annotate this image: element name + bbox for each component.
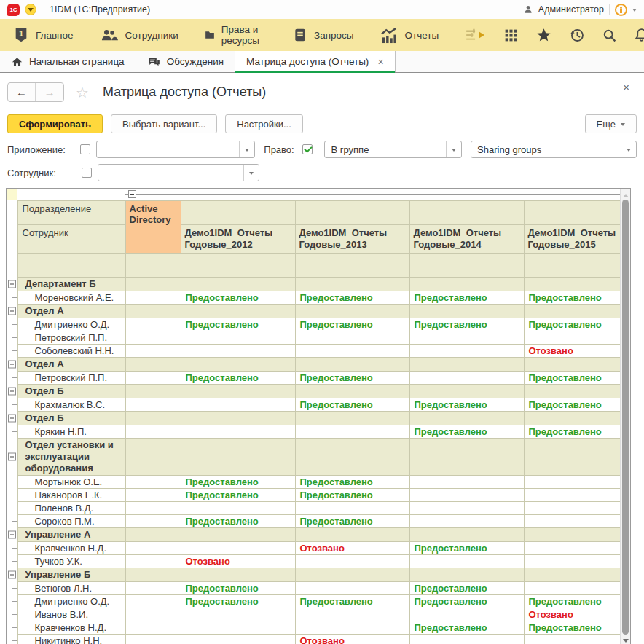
report-cell[interactable] — [524, 581, 620, 594]
report-cell[interactable] — [181, 634, 295, 644]
report-cell[interactable] — [181, 357, 295, 371]
ad-cell[interactable] — [125, 398, 181, 411]
nav-item-main[interactable]: 1 Главное — [13, 27, 74, 43]
report-cell[interactable]: Предоставлено — [524, 318, 620, 331]
collapse-group-icon[interactable] — [8, 570, 16, 578]
ad-cell[interactable] — [125, 331, 181, 344]
report-cell[interactable] — [409, 475, 524, 488]
report-cell[interactable]: Предоставлено — [181, 291, 295, 304]
report-cell[interactable]: Предоставлено — [524, 594, 620, 608]
report-column-header-2015[interactable]: Демо1IDM_Отчеты_ Годовые_2015 — [524, 224, 620, 253]
report-cell[interactable] — [524, 475, 620, 488]
report-cell[interactable] — [409, 608, 524, 621]
report-cell[interactable] — [181, 398, 295, 411]
report-cell[interactable]: Предоставлено — [181, 581, 295, 594]
report-cell[interactable]: Предоставлено — [524, 621, 620, 634]
ad-cell[interactable] — [125, 568, 181, 581]
report-cell[interactable] — [181, 304, 295, 318]
employee-name[interactable]: Дмитриенко О.Д. — [17, 318, 125, 331]
report-cell[interactable] — [524, 384, 620, 398]
employee-name[interactable]: Кравченков Н.Д. — [17, 621, 125, 634]
report-cell[interactable]: Предоставлено — [181, 318, 295, 331]
report-cell[interactable] — [524, 304, 620, 318]
report-cell[interactable] — [524, 331, 620, 344]
ad-cell[interactable] — [125, 411, 181, 425]
employee-name[interactable]: Мортынюк О.Е. — [17, 475, 125, 488]
page-close-button[interactable]: × — [623, 81, 629, 93]
report-cell[interactable]: Предоставлено — [409, 398, 524, 411]
ad-cell[interactable] — [125, 344, 181, 357]
ad-cell[interactable] — [125, 634, 181, 644]
employee-row[interactable]: Мортынюк О.Е.ПредоставленоПредоставлено — [7, 475, 620, 488]
employee-row[interactable]: Кравченков Н.Д.ПредоставленоПредоставлен… — [7, 621, 620, 634]
report-cell[interactable]: Отозвано — [295, 634, 409, 644]
report-cell[interactable]: Предоставлено — [295, 398, 409, 411]
report-column-header-2014[interactable]: Демо1IDM_Отчеты_ Годовые_2014 — [409, 224, 524, 253]
history-button[interactable] — [569, 27, 585, 43]
ad-cell[interactable] — [125, 304, 181, 318]
report-cell[interactable] — [295, 357, 409, 371]
department-name[interactable]: Отдел Б — [17, 411, 125, 425]
report-column-header-2012[interactable]: Демо1IDM_Отчеты_ Годовые_2012 — [181, 224, 295, 253]
report-cell[interactable]: Предоставлено — [409, 541, 524, 554]
report-cell[interactable] — [409, 411, 524, 425]
report-cell[interactable]: Предоставлено — [524, 371, 620, 384]
report-cell[interactable] — [409, 488, 524, 501]
report-cell[interactable] — [524, 438, 620, 475]
report-cell[interactable] — [524, 634, 620, 644]
report-cell[interactable] — [295, 304, 409, 318]
report-cell[interactable] — [181, 527, 295, 541]
employee-row[interactable]: Поленов В.Д. — [7, 501, 620, 514]
report-cell[interactable] — [524, 411, 620, 425]
report-cell[interactable] — [409, 568, 524, 581]
employee-name[interactable]: Кравченков Н.Д. — [17, 541, 125, 554]
collapse-group-icon[interactable] — [8, 307, 16, 315]
report-cell[interactable] — [181, 411, 295, 425]
nav-item-reports[interactable]: Отчеты — [380, 27, 439, 44]
scroll-down-icon[interactable] — [623, 639, 629, 644]
department-row[interactable]: Управление А — [7, 527, 620, 541]
report-cell[interactable]: Предоставлено — [295, 475, 409, 488]
report-cell[interactable]: Предоставлено — [295, 488, 409, 501]
report-cell[interactable] — [409, 304, 524, 318]
employee-name[interactable]: Крахмалюк В.С. — [17, 398, 125, 411]
department-row[interactable]: Отдел Б — [7, 384, 620, 398]
favorites-button[interactable] — [535, 27, 552, 43]
ad-cell[interactable] — [125, 527, 181, 541]
search-button[interactable] — [602, 28, 617, 43]
right-group-combobox[interactable]: Sharing groups — [471, 141, 637, 158]
employee-name[interactable]: Сороков П.М. — [17, 514, 125, 527]
report-cell[interactable] — [181, 541, 295, 554]
active-directory-column-header[interactable]: Active Directory — [125, 200, 181, 253]
employee-name[interactable]: Мореновский А.Е. — [17, 291, 125, 304]
employee-row[interactable]: Тучков У.К.Отозвано — [7, 554, 620, 568]
report-cell[interactable] — [181, 621, 295, 634]
application-combobox[interactable] — [96, 141, 255, 158]
department-name[interactable]: Отдел А — [17, 357, 125, 371]
report-cell[interactable] — [181, 501, 295, 514]
report-cell[interactable] — [409, 344, 524, 357]
collapse-group-icon[interactable] — [8, 414, 16, 422]
report-cell[interactable] — [295, 344, 409, 357]
report-cell[interactable] — [295, 501, 409, 514]
right-checkbox[interactable] — [302, 144, 313, 154]
report-cell[interactable]: Предоставлено — [181, 514, 295, 527]
employee-row[interactable]: Никитинко Н.Н.Отозвано — [7, 634, 620, 644]
forward-button[interactable]: → — [36, 83, 63, 101]
department-row[interactable]: Отдел А — [7, 357, 620, 371]
report-cell[interactable] — [295, 621, 409, 634]
report-cell[interactable] — [295, 277, 409, 291]
tab-home[interactable]: Начальная страница — [0, 51, 136, 72]
employee-column-header[interactable]: Сотрудник — [17, 224, 125, 253]
report-cell[interactable]: Предоставлено — [295, 594, 409, 608]
employee-row[interactable]: Сороков П.М.ПредоставленоПредоставлено — [7, 514, 620, 527]
ad-cell[interactable] — [125, 318, 181, 331]
report-cell[interactable] — [409, 331, 524, 344]
employee-row[interactable]: Дмитриенко О.Д.ПредоставленоПредоставлен… — [7, 318, 620, 331]
department-name[interactable]: Управление А — [17, 527, 125, 541]
report-cell[interactable] — [409, 357, 524, 371]
dropdown-arrow-icon[interactable] — [621, 141, 636, 157]
employee-row[interactable]: Петровский П.П. — [7, 331, 620, 344]
department-row[interactable]: Отдел А — [7, 304, 620, 318]
employee-row[interactable]: Крахмалюк В.С.ПредоставленоПредоставлено… — [7, 398, 620, 411]
